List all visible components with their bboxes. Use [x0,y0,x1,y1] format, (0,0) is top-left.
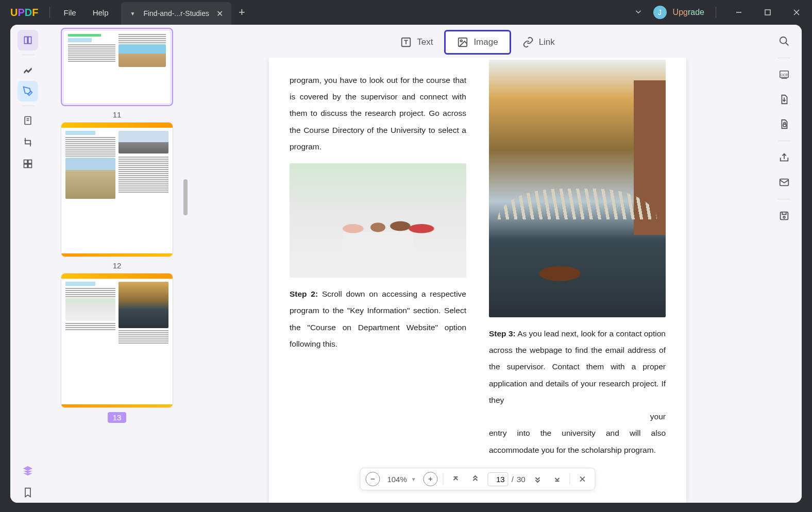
ocr-button[interactable]: OCR [774,64,794,85]
edit-image-button[interactable]: Image [444,30,511,55]
first-page-button[interactable] [449,472,463,486]
page-separator: / [512,475,514,484]
svg-point-31 [783,216,785,218]
total-pages: 30 [517,475,526,484]
document-tab[interactable]: ▼ Find-and-...r-Studies ✕ [121,2,232,25]
svg-point-21 [780,37,787,44]
page-thumbnail[interactable]: 12 [61,122,173,270]
workspace: 11 [10,25,802,503]
step-label: Step 2: [290,289,318,298]
separator [778,58,790,58]
protect-button[interactable] [774,114,794,134]
zoom-dropdown-icon[interactable]: ▼ [411,476,416,482]
next-page-button[interactable] [531,472,545,486]
page-thumbnail[interactable]: 13 [61,273,173,423]
separator [22,55,34,55]
app-logo: UPDF [4,7,44,19]
menu-help[interactable]: Help [84,8,117,17]
separator [716,7,716,18]
svg-text:OCR: OCR [781,73,788,77]
new-tab-button[interactable]: + [231,6,252,19]
image-icon [457,37,468,48]
paragraph[interactable]: Step 3: As you lead next, look for a con… [489,326,666,408]
edit-link-button[interactable]: Link [511,31,566,53]
thumbnail-panel: 11 [45,25,189,503]
svg-rect-1 [765,10,770,15]
svg-rect-7 [24,160,28,164]
close-bottom-bar-button[interactable] [576,472,590,486]
separator [49,7,50,18]
thumbnail-scrollbar[interactable] [183,179,188,215]
edit-button[interactable] [18,81,38,101]
separator [778,199,790,199]
user-avatar[interactable]: J [653,6,667,19]
main-panel: Text Image Link program, you have to loo… [189,25,767,503]
right-toolbar: OCR [767,25,802,503]
page-image-bridge[interactable] [489,60,666,317]
zoom-value: 104% [387,475,407,484]
crop-pages-button[interactable] [18,132,38,152]
svg-rect-9 [24,164,28,168]
thumbnail-page-number: 13 [108,412,127,423]
page-thumbnail[interactable]: 11 [61,28,173,119]
page-column-left: program, you have to look out for the co… [290,72,466,462]
menu-file[interactable]: File [55,8,84,17]
left-toolbar [10,25,45,503]
upgrade-button[interactable]: Upgrade [673,8,704,17]
link-icon [522,37,534,48]
thumbnail-page-number: 11 [113,110,122,119]
paragraph[interactable]: Step 2: Scroll down on accessing a respe… [290,286,466,352]
tool-label: Image [473,37,498,47]
tab-dropdown-icon[interactable]: ▼ [127,10,139,18]
svg-line-22 [786,43,789,46]
separator [570,473,570,485]
share-button[interactable] [774,147,794,168]
thumbnail-page-number: 12 [113,261,122,270]
current-page-input[interactable] [488,472,509,486]
tools-button[interactable] [18,153,38,174]
document-page: program, you have to look out for the co… [269,58,686,503]
svg-rect-27 [783,124,786,127]
edit-toolbar: Text Image Link [189,25,767,58]
tab-title: Find-and-...r-Studies [143,9,209,18]
history-dropdown-icon[interactable] [630,7,647,18]
zoom-in-button[interactable] [424,472,438,486]
step-label: Step 3: [489,329,516,338]
bottom-toolbar: 104% ▼ / 30 [360,468,595,490]
titlebar: UPDF File Help ▼ Find-and-...r-Studies ✕… [0,0,812,25]
window-close-icon[interactable] [785,3,808,22]
last-page-button[interactable] [550,472,565,486]
prev-page-button[interactable] [468,472,483,486]
paragraph[interactable]: your [489,408,666,425]
page-image-students[interactable] [290,163,466,278]
text-icon [400,37,412,48]
document-view[interactable]: program, you have to look out for the co… [189,58,767,503]
convert-button[interactable] [774,89,794,110]
window-maximize-icon[interactable] [756,3,779,22]
bookmark-icon[interactable] [18,482,38,503]
paragraph[interactable]: entry into the university and will also … [489,425,666,458]
search-button[interactable] [774,31,794,52]
zoom-out-button[interactable] [365,472,380,486]
reader-mode-button[interactable] [18,30,38,50]
separator [443,473,444,485]
separator [22,106,34,106]
tool-label: Text [417,37,433,47]
organize-pages-button[interactable] [18,110,38,131]
separator [778,141,790,141]
tab-close-icon[interactable]: ✕ [214,9,225,19]
paragraph[interactable]: program, you have to look out for the co… [290,72,466,155]
save-button[interactable] [774,206,794,226]
annotate-button[interactable] [18,59,38,80]
edit-text-button[interactable]: Text [389,31,444,53]
svg-rect-8 [28,160,32,164]
layers-icon[interactable] [18,460,38,481]
tool-label: Link [539,37,555,47]
email-button[interactable] [774,172,794,193]
svg-point-13 [461,40,463,42]
svg-rect-10 [28,164,32,168]
window-minimize-icon[interactable] [728,3,750,22]
step-text: Scroll down on accessing a respective pr… [290,289,466,348]
page-indicator: / 30 [488,472,526,486]
zoom-level[interactable]: 104% ▼ [385,475,418,484]
